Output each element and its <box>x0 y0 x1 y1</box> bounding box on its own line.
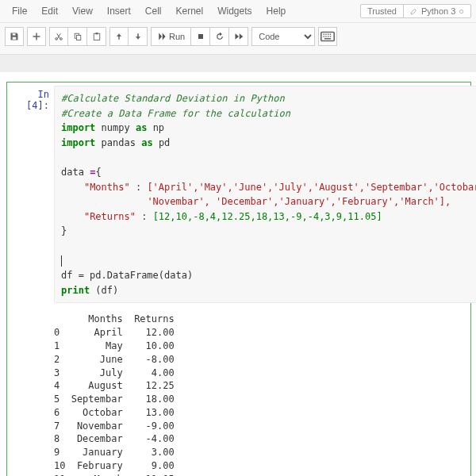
interrupt-button[interactable] <box>191 27 210 46</box>
output-row: 1 May 10.00 <box>54 340 175 351</box>
run-label: Run <box>169 32 185 41</box>
kernel-busy-icon: ○ <box>459 6 464 16</box>
output-row: 0 April 12.00 <box>54 327 175 338</box>
menubar: File Edit View Insert Cell Kernel Widget… <box>0 0 476 23</box>
save-button[interactable] <box>5 27 24 46</box>
output-header: Months Returns <box>54 313 175 324</box>
keyboard-icon <box>319 28 336 45</box>
output-row: 3 July 4.00 <box>54 367 175 378</box>
svg-point-1 <box>60 38 63 40</box>
run-button[interactable]: Run <box>151 27 191 46</box>
kernel-indicator-box: Trusted Python 3 ○ <box>360 4 471 18</box>
kernel-name[interactable]: Python 3 ○ <box>404 5 470 17</box>
restart-button[interactable] <box>210 27 229 46</box>
arrow-down-icon <box>133 32 143 41</box>
code-editor[interactable]: #Calculate Standard Deviation in Python … <box>54 86 476 303</box>
toolbar: Run Code <box>0 23 476 55</box>
menu-help[interactable]: Help <box>259 3 294 19</box>
menu-cell[interactable]: Cell <box>138 3 169 19</box>
output-row: 2 June -8.00 <box>54 354 175 365</box>
insert-cell-button[interactable] <box>27 27 46 46</box>
svg-rect-5 <box>95 33 98 34</box>
notebook-area: In [4]: #Calculate Standard Deviation in… <box>0 72 476 476</box>
kernel-name-text: Python 3 <box>421 6 455 16</box>
command-palette-button[interactable] <box>318 27 337 46</box>
svg-point-0 <box>56 38 58 40</box>
copy-icon <box>73 32 83 41</box>
code-cell[interactable]: In [4]: #Calculate Standard Deviation in… <box>6 82 471 476</box>
menu-insert[interactable]: Insert <box>100 3 138 19</box>
output-row: 10 February 9.00 <box>54 460 175 471</box>
menu-edit[interactable]: Edit <box>34 3 65 19</box>
edit-icon <box>410 7 418 15</box>
trusted-label[interactable]: Trusted <box>361 5 403 17</box>
input-prompt: In [4]: <box>10 86 54 476</box>
run-icon <box>157 32 167 41</box>
menu-widgets[interactable]: Widgets <box>210 3 259 19</box>
svg-rect-6 <box>198 34 203 39</box>
output-row: 6 Octobar 13.00 <box>54 407 175 418</box>
menu-kernel[interactable]: Kernel <box>169 3 211 19</box>
scissors-icon <box>54 32 63 41</box>
save-icon <box>10 32 19 41</box>
cell-body: #Calculate Standard Deviation in Python … <box>54 86 476 476</box>
output-row: 5 Septembar 18.00 <box>54 393 175 405</box>
output-row: 9 January 3.00 <box>54 447 175 458</box>
restart-icon <box>215 32 225 41</box>
output-row: 4 August 12.25 <box>54 380 175 391</box>
move-up-button[interactable] <box>109 27 129 46</box>
header-strip <box>0 55 476 72</box>
fast-forward-icon <box>234 32 244 41</box>
restart-run-button[interactable] <box>229 27 248 46</box>
output-row: 7 Novembar -9.00 <box>54 420 175 432</box>
text-cursor <box>61 255 62 267</box>
cell-output: Months Returns 0 April 12.00 1 May 10.00… <box>54 311 476 476</box>
move-down-button[interactable] <box>129 27 148 46</box>
cut-button[interactable] <box>49 27 68 46</box>
arrow-up-icon <box>114 32 124 41</box>
paste-icon <box>92 32 102 41</box>
menu-view[interactable]: View <box>65 3 100 19</box>
stop-icon <box>196 32 205 41</box>
output-row: 8 Decembar -4.00 <box>54 433 175 444</box>
copy-button[interactable] <box>68 27 87 46</box>
plus-icon <box>32 32 41 41</box>
svg-rect-3 <box>76 36 80 40</box>
cell-type-select[interactable]: Code <box>251 27 315 46</box>
paste-button[interactable] <box>87 27 106 46</box>
menu-file[interactable]: File <box>5 3 34 19</box>
svg-rect-4 <box>94 33 100 40</box>
